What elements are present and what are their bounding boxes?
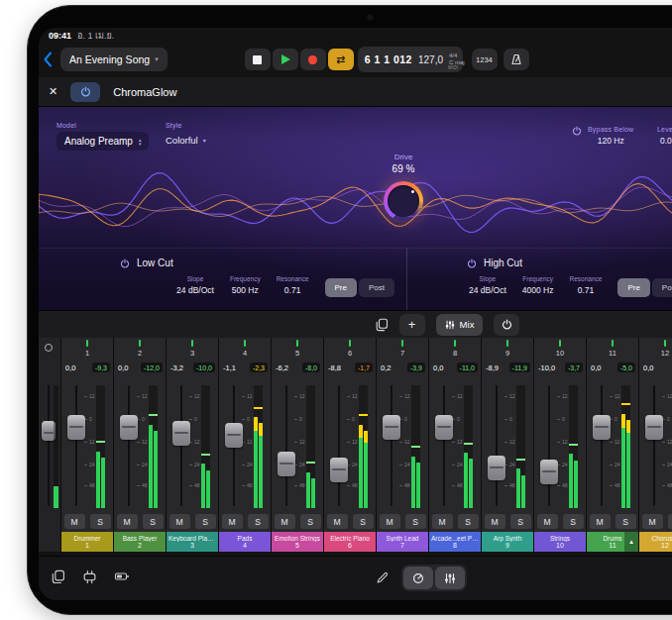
mute-button[interactable]: M — [380, 514, 400, 529]
channel-header[interactable]: 9 — [482, 338, 533, 360]
solo-button[interactable]: S — [458, 514, 479, 529]
track-label[interactable]: Strings 10 ▴ — [534, 532, 586, 552]
solo-button[interactable]: S — [510, 514, 531, 529]
solo-button[interactable]: S — [195, 514, 216, 529]
fader-handle[interactable] — [278, 452, 295, 476]
fader-handle[interactable] — [330, 458, 348, 482]
mute-button[interactable]: M — [275, 514, 295, 529]
solo-button[interactable]: S — [405, 514, 426, 529]
fader-track[interactable] — [48, 385, 50, 506]
track-label[interactable]: Drummer 1 ▴ — [61, 532, 113, 552]
stop-button[interactable] — [245, 49, 271, 70]
song-title-button[interactable]: An Evening Song ▾ — [60, 48, 168, 71]
cycle-button[interactable]: ⇄ — [328, 49, 354, 70]
channel-header[interactable]: 8 — [429, 338, 481, 360]
channel-header[interactable]: 2 — [114, 338, 166, 360]
channel-header[interactable]: 6 — [324, 338, 376, 360]
solo-button[interactable]: S — [300, 514, 321, 529]
mute-button[interactable]: M — [222, 514, 243, 529]
mute-button[interactable]: M — [537, 514, 558, 529]
mute-button[interactable]: M — [327, 514, 348, 529]
solo-button[interactable]: S — [248, 514, 269, 529]
add-track-button[interactable]: + — [399, 314, 425, 336]
channel-header[interactable]: 4 — [219, 338, 271, 360]
low-cut-frequency[interactable]: Frequency 500 Hz — [230, 275, 261, 295]
low-cut-post-button[interactable]: Post — [359, 278, 394, 297]
model-select[interactable]: Model Analog Preamp ▴ ▾ — [56, 122, 149, 151]
fader-track[interactable] — [391, 385, 392, 506]
channel-header[interactable]: 11 — [587, 338, 638, 360]
track-label[interactable]: Drums 11 ▴ — [587, 532, 638, 552]
channel-header[interactable]: 7 — [377, 338, 428, 360]
solo-button[interactable]: S — [90, 514, 111, 529]
low-cut-power-button[interactable] — [120, 258, 130, 268]
channel-header[interactable]: 5 — [272, 338, 323, 360]
fader-track[interactable] — [443, 385, 445, 506]
track-label[interactable]: Chorus V 12 ▴ — [639, 532, 672, 552]
mute-button[interactable]: M — [117, 514, 138, 529]
fader-track[interactable] — [180, 385, 182, 506]
high-cut-pre-button[interactable]: Pre — [617, 278, 649, 297]
fader-track[interactable] — [128, 385, 130, 506]
fader-handle[interactable] — [67, 415, 85, 440]
channel-header[interactable]: 10 — [534, 338, 586, 360]
mute-button[interactable]: M — [432, 514, 453, 529]
low-cut-resonance[interactable]: Resonance 0.71 — [277, 275, 309, 295]
plugins-view-button[interactable] — [403, 567, 433, 589]
mute-button[interactable]: M — [642, 514, 663, 529]
track-label[interactable]: Synth Lead 7 ▴ — [377, 532, 428, 552]
fader-track[interactable] — [653, 385, 655, 506]
paste-button[interactable] — [375, 318, 389, 332]
fader-track[interactable] — [285, 385, 287, 506]
fader-track[interactable] — [496, 385, 498, 506]
fader-handle[interactable] — [540, 460, 558, 484]
solo-button[interactable]: S — [563, 514, 584, 529]
solo-button[interactable]: S — [668, 514, 672, 529]
solo-button[interactable]: S — [353, 514, 374, 529]
collapse-chevron[interactable]: ▴ — [624, 532, 638, 552]
fader-handle[interactable] — [383, 415, 400, 440]
fader-track[interactable] — [601, 385, 603, 506]
track-label[interactable]: Arcade...eet Pad 8 ▴ — [429, 532, 481, 552]
fader-track[interactable] — [75, 385, 77, 506]
channel-header[interactable]: 3 — [167, 338, 218, 360]
high-cut-slope[interactable]: Slope 24 dB/Oct — [469, 275, 506, 295]
low-cut-slope[interactable]: Slope 24 dB/Oct — [176, 275, 214, 295]
track-label[interactable]: Emotion Strings 5 ▴ — [272, 532, 323, 552]
high-cut-resonance[interactable]: Resonance 0.71 — [569, 275, 602, 295]
count-in-button[interactable]: 1234 — [472, 49, 498, 70]
battery-button[interactable] — [114, 569, 130, 588]
fader-handle[interactable] — [645, 415, 663, 440]
fader-handle[interactable] — [435, 415, 453, 440]
solo-button[interactable]: S — [143, 514, 164, 529]
duplicate-button[interactable] — [51, 569, 65, 588]
track-label[interactable]: Arp Synth 9 ▴ — [482, 532, 533, 552]
fader-handle[interactable] — [225, 423, 243, 448]
fader-handle[interactable] — [593, 415, 611, 440]
track-label[interactable]: Pads 4 ▴ — [219, 532, 271, 552]
mute-button[interactable]: M — [590, 514, 611, 529]
high-cut-post-button[interactable]: Post — [652, 278, 672, 297]
close-plugin-button[interactable]: ✕ — [49, 85, 57, 98]
edit-button[interactable] — [376, 571, 389, 584]
mix-view-button[interactable]: Mix — [436, 314, 484, 336]
channel-header[interactable]: 12 — [639, 338, 672, 360]
mixer-power-button[interactable] — [494, 314, 519, 336]
solo-button[interactable]: S — [616, 514, 636, 529]
track-label[interactable]: Electric Piano 6 ▴ — [324, 532, 376, 552]
record-button[interactable] — [300, 49, 326, 70]
fader-handle[interactable] — [172, 421, 190, 446]
lcd-display[interactable]: 6 1 1 012 127,0 4/4 C maj MIDI — [358, 47, 463, 72]
metronome-button[interactable] — [504, 49, 529, 70]
track-label[interactable]: Keyboard Player 3 ▴ — [167, 532, 218, 552]
channel-header[interactable]: 1 — [61, 338, 113, 360]
mute-button[interactable]: M — [485, 514, 505, 529]
style-select[interactable]: Style Colorful ▾ — [166, 122, 206, 146]
bypass-below-control[interactable]: Bypass Below 120 Hz — [572, 126, 633, 146]
mute-button[interactable]: M — [64, 514, 85, 529]
mute-button[interactable]: M — [169, 514, 190, 529]
level-control[interactable]: Level 0.0 — [657, 126, 672, 146]
high-cut-power-button[interactable] — [467, 258, 477, 268]
low-cut-pre-button[interactable]: Pre — [325, 278, 357, 297]
high-cut-frequency[interactable]: Frequency 4000 Hz — [522, 275, 554, 295]
